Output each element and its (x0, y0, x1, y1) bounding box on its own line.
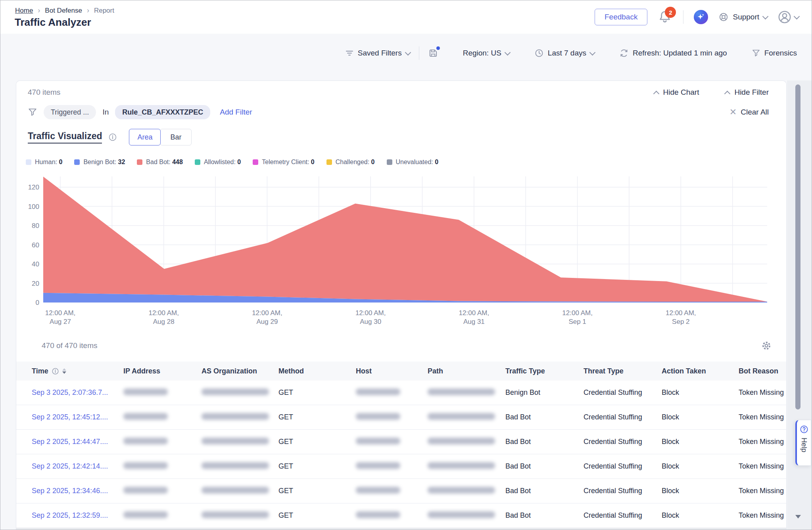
column-header-action-taken[interactable]: Action Taken (662, 367, 739, 375)
cell-as-organization (202, 413, 278, 422)
filter-value-pill[interactable]: Rule_CB_AFXXXTZPEC (115, 105, 210, 119)
cell-bot-reason: Token Missing (739, 462, 786, 471)
cell-host (356, 438, 428, 446)
area-view-button[interactable]: Area (129, 129, 161, 145)
table-row[interactable]: Sep 2 2025, 12:44:47....GETBad BotCreden… (16, 430, 786, 454)
gear-icon[interactable] (761, 340, 772, 351)
redacted-cell (202, 438, 269, 444)
column-header-time[interactable]: Time (32, 367, 123, 375)
table-row[interactable]: Sep 2 2025, 12:34:46....GETBad BotCreden… (16, 479, 786, 503)
toolbar-divider (419, 46, 419, 60)
filter-funnel-icon (28, 107, 37, 117)
time-range-selector[interactable]: Last 7 days (534, 48, 595, 58)
cell-method: GET (278, 438, 356, 446)
refresh-button[interactable]: Refresh: Updated 1 min ago (619, 48, 727, 58)
legend-item-unevaluated[interactable]: Unevaluated: 0 (387, 159, 439, 166)
cell-path (428, 487, 505, 496)
sort-control[interactable] (62, 368, 66, 374)
legend-item-challenged[interactable]: Challenged: 0 (326, 159, 375, 166)
column-header-method[interactable]: Method (278, 367, 356, 375)
legend-item-human[interactable]: Human: 0 (26, 159, 62, 166)
support-menu[interactable]: Support (718, 12, 768, 22)
legend-label: Allowlisted: 0 (204, 159, 241, 166)
time-link[interactable]: Sep 2 2025, 12:45:12.... (32, 413, 108, 421)
column-header-path[interactable]: Path (428, 367, 505, 375)
time-link[interactable]: Sep 2 2025, 12:32:59.... (32, 511, 108, 519)
cell-action-taken: Block (662, 487, 739, 495)
column-header-threat-type[interactable]: Threat Type (584, 367, 662, 375)
clear-all-button[interactable]: ✕ Clear All (729, 107, 769, 117)
table-row[interactable]: Sep 2 2025, 12:42:14....GETBad BotCreden… (16, 454, 786, 479)
table-row[interactable]: Sep 3 2025, 2:07:36.7...GETBenign BotCre… (16, 381, 786, 405)
table-row[interactable]: Sep 2 2025, 12:32:59....GETBad BotCreden… (16, 503, 786, 528)
time-range-label: Last 7 days (548, 49, 586, 57)
ai-assistant-button[interactable] (694, 10, 708, 24)
legend-item-allowlisted[interactable]: Allowlisted: 0 (195, 159, 241, 166)
traffic-area-chart: 02040608010012012:00 AM,Aug 2712:00 AM,A… (24, 170, 774, 329)
column-header-traffic-type[interactable]: Traffic Type (505, 367, 584, 375)
help-tab[interactable]: Help (795, 420, 811, 466)
hide-filter-label: Hide Filter (734, 88, 769, 97)
scrollbar-thumb[interactable] (795, 84, 800, 409)
time-link[interactable]: Sep 3 2025, 2:07:36.7... (32, 388, 108, 396)
table-header: TimeIP AddressAS OrganizationMethodHostP… (16, 362, 786, 381)
column-header-host[interactable]: Host (356, 367, 428, 375)
cell-ip-address (123, 462, 202, 471)
bar-view-button[interactable]: Bar (160, 129, 192, 145)
time-link[interactable]: Sep 2 2025, 12:44:47.... (32, 438, 108, 446)
x-axis-tick-time: 12:00 AM, (666, 309, 696, 317)
chart-legend: Human: 0Benign Bot: 32Bad Bot: 448Allowl… (26, 159, 438, 166)
header-divider (683, 10, 683, 24)
table-summary: 470 of 470 items (42, 341, 97, 350)
x-axis-tick-time: 12:00 AM, (252, 309, 282, 317)
chevron-down-icon (405, 49, 411, 55)
legend-label: Telemetry Client: 0 (262, 159, 315, 166)
legend-label: Bad Bot: 448 (146, 159, 183, 166)
feedback-button[interactable]: Feedback (595, 9, 647, 25)
info-icon[interactable] (52, 367, 59, 375)
legend-item-benign-bot[interactable]: Benign Bot: 32 (74, 159, 125, 166)
report-card: 470 items Hide Chart Hide Filter Trigger… (16, 80, 787, 530)
clear-all-label: Clear All (741, 108, 769, 117)
legend-swatch (387, 159, 392, 165)
column-header-as-organization[interactable]: AS Organization (202, 367, 278, 375)
chart-view-toggle: Area Bar (129, 129, 192, 145)
redacted-cell (202, 388, 269, 395)
y-axis-tick-label: 60 (32, 241, 39, 249)
scrollbar-down-arrow[interactable] (795, 515, 801, 519)
region-label: Region: US (463, 49, 501, 57)
legend-label: Challenged: 0 (336, 159, 375, 166)
filter-field-pill[interactable]: Triggered ... (44, 105, 96, 119)
legend-item-bad-bot[interactable]: Bad Bot: 448 (137, 159, 183, 166)
forensics-button[interactable]: Forensics (752, 49, 797, 57)
sort-desc-icon (62, 371, 66, 374)
hide-filter-button[interactable]: Hide Filter (725, 88, 769, 97)
breadcrumb-home-link[interactable]: Home (15, 7, 33, 15)
legend-swatch (26, 159, 31, 165)
add-filter-link[interactable]: Add Filter (220, 108, 252, 117)
traffic-visualized-title[interactable]: Traffic Visualized (28, 131, 102, 144)
table-body: Sep 3 2025, 2:07:36.7...GETBenign BotCre… (16, 381, 786, 528)
filter-lines-icon (345, 49, 354, 57)
time-link[interactable]: Sep 2 2025, 12:42:14.... (32, 462, 108, 470)
refresh-label: Refresh: Updated 1 min ago (633, 49, 727, 57)
breadcrumb-bot-defense[interactable]: Bot Defense (45, 7, 82, 15)
user-menu[interactable] (778, 10, 799, 24)
notifications-button[interactable]: 2 (658, 9, 673, 25)
time-link[interactable]: Sep 2 2025, 12:34:46.... (32, 487, 108, 495)
hide-chart-button[interactable]: Hide Chart (654, 88, 699, 97)
saved-filters-button[interactable]: Saved Filters (345, 49, 410, 57)
save-view-button[interactable] (428, 48, 438, 58)
cell-ip-address (123, 511, 202, 520)
chevron-down-icon (762, 13, 769, 19)
region-selector[interactable]: Region: US (463, 49, 510, 57)
legend-item-telemetry-client[interactable]: Telemetry Client: 0 (253, 159, 315, 166)
chevron-down-icon (794, 13, 800, 19)
column-header-ip-address[interactable]: IP Address (123, 367, 202, 375)
info-icon[interactable] (108, 133, 117, 142)
table-row[interactable]: Sep 2 2025, 12:45:12....GETBad BotCreden… (16, 405, 786, 430)
cell-bot-reason: Token Missing (739, 438, 786, 446)
hide-chart-label: Hide Chart (663, 88, 699, 97)
column-header-bot-reason[interactable]: Bot Reason (739, 367, 786, 375)
horizontal-scrollbar-track[interactable] (16, 528, 786, 530)
